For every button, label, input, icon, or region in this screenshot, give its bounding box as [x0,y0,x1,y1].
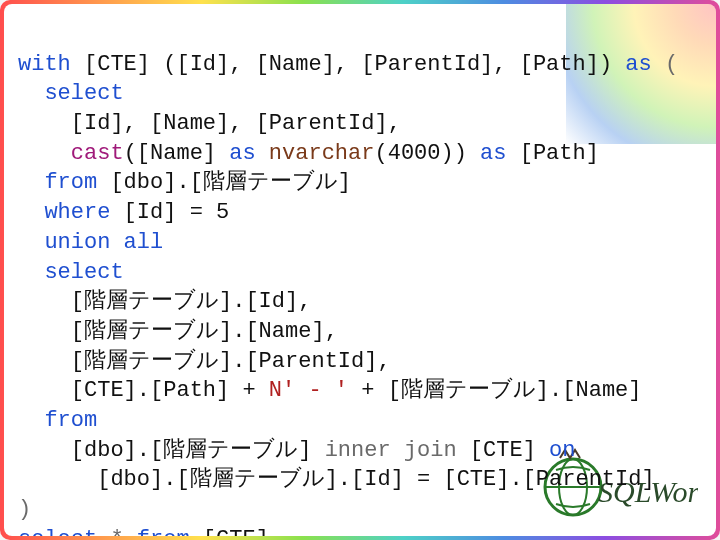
code-text: [CTE] [190,527,269,536]
code-text: [Id], [Name], [ParentId], [18,111,401,136]
code-text [18,141,71,166]
code-text: [dbo].[階層テーブル].[Id] = [CTE].[ParentId] [18,467,655,492]
kw-union-all: union all [18,230,163,255]
kw-from: from [137,527,190,536]
slide-content: with [CTE] ([Id], [Name], [ParentId], [P… [4,4,716,536]
kw-as: as [480,141,506,166]
kw-nvarchar: nvarchar [269,141,375,166]
kw-from: from [18,170,97,195]
kw-inner-join: inner join [325,438,457,463]
code-text: [階層テーブル].[Id], [18,289,311,314]
code-text [256,141,269,166]
code-text: ([Name] [124,141,230,166]
slide-border: with [CTE] ([Id], [Name], [ParentId], [P… [0,0,720,540]
kw-select: select [18,527,97,536]
kw-on: on [549,438,575,463]
kw-select: select [18,260,124,285]
kw-where: where [18,200,110,225]
paren-close: ) [18,497,31,522]
sql-code-block: with [CTE] ([Id], [Name], [ParentId], [P… [18,20,702,536]
kw-as: as [229,141,255,166]
code-text: [Path] [507,141,599,166]
kw-select: select [18,81,124,106]
code-text: [階層テーブル].[Name], [18,319,338,344]
code-text: [CTE] [457,438,549,463]
code-text: + [階層テーブル].[Name] [348,378,641,403]
kw-cast: cast [71,141,124,166]
paren-open: ( [652,52,678,77]
kw-from: from [18,408,97,433]
kw-with: with [18,52,71,77]
code-text: [Id] = 5 [110,200,229,225]
kw-as: as [625,52,651,77]
code-text: [階層テーブル].[ParentId], [18,349,391,374]
star: * [97,527,137,536]
code-text: [CTE].[Path] + [18,378,269,403]
string-literal: N' - ' [269,378,348,403]
code-text: (4000)) [374,141,480,166]
code-text: [CTE] ([Id], [Name], [ParentId], [Path]) [71,52,626,77]
code-text: [dbo].[階層テーブル] [18,438,325,463]
code-text: [dbo].[階層テーブル] [97,170,351,195]
